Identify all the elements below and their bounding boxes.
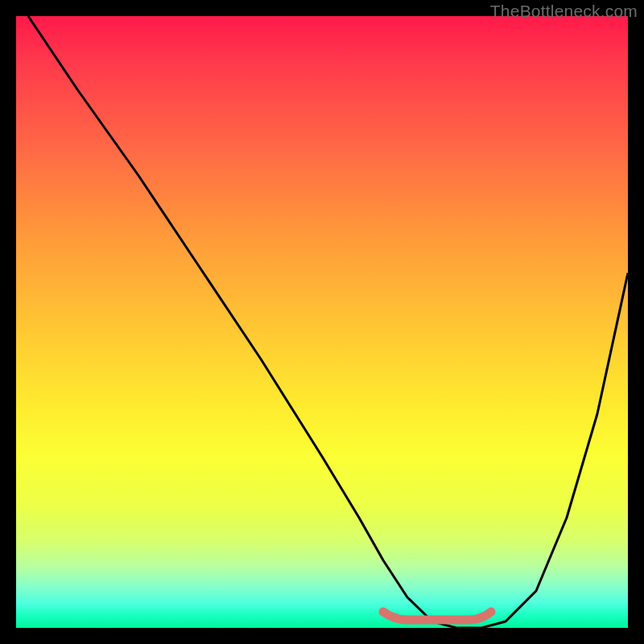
watermark-text: TheBottleneck.com bbox=[490, 2, 638, 21]
bottleneck-curve bbox=[28, 16, 628, 628]
flat-segment bbox=[383, 612, 491, 620]
plot-area bbox=[16, 16, 628, 628]
chart-frame: TheBottleneck.com bbox=[0, 0, 644, 644]
curve-layer bbox=[16, 16, 628, 628]
